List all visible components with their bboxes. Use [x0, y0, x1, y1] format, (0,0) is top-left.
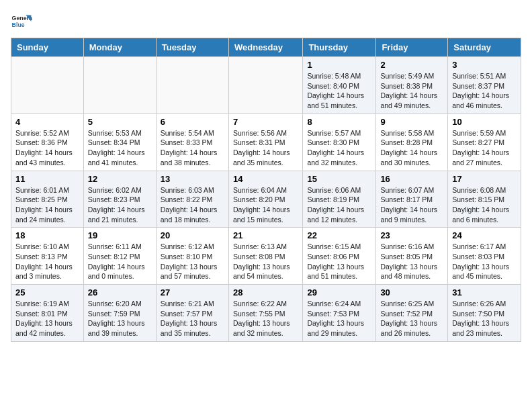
day-info: Sunrise: 6:26 AM Sunset: 7:50 PM Dayligh…	[452, 299, 517, 338]
calendar-cell: 3Sunrise: 5:51 AM Sunset: 8:37 PM Daylig…	[448, 57, 521, 114]
calendar-cell: 18Sunrise: 6:10 AM Sunset: 8:13 PM Dayli…	[11, 228, 84, 285]
day-number: 24	[452, 230, 517, 240]
calendar-cell: 24Sunrise: 6:17 AM Sunset: 8:03 PM Dayli…	[448, 228, 521, 285]
col-header-tuesday: Tuesday	[156, 38, 228, 57]
calendar-cell: 7Sunrise: 5:56 AM Sunset: 8:31 PM Daylig…	[228, 113, 302, 171]
calendar-cell	[11, 57, 84, 114]
day-info: Sunrise: 6:22 AM Sunset: 7:55 PM Dayligh…	[233, 299, 298, 338]
day-info: Sunrise: 6:10 AM Sunset: 8:13 PM Dayligh…	[15, 242, 79, 281]
col-header-monday: Monday	[83, 38, 156, 57]
day-info: Sunrise: 6:24 AM Sunset: 7:53 PM Dayligh…	[307, 299, 371, 338]
calendar-cell: 23Sunrise: 6:16 AM Sunset: 8:05 PM Dayli…	[376, 228, 448, 285]
day-number: 15	[307, 174, 371, 184]
day-number: 1	[307, 60, 371, 70]
calendar-cell: 29Sunrise: 6:24 AM Sunset: 7:53 PM Dayli…	[303, 285, 376, 342]
day-number: 12	[88, 174, 152, 184]
day-info: Sunrise: 6:02 AM Sunset: 8:23 PM Dayligh…	[88, 185, 152, 225]
day-number: 11	[15, 174, 79, 184]
day-number: 9	[380, 117, 443, 127]
day-info: Sunrise: 5:49 AM Sunset: 8:38 PM Dayligh…	[380, 71, 443, 111]
calendar-cell: 16Sunrise: 6:07 AM Sunset: 8:17 PM Dayli…	[376, 171, 448, 228]
calendar-cell: 9Sunrise: 5:58 AM Sunset: 8:28 PM Daylig…	[376, 113, 448, 171]
calendar-header-row: SundayMondayTuesdayWednesdayThursdayFrid…	[11, 38, 521, 57]
calendar-week-4: 18Sunrise: 6:10 AM Sunset: 8:13 PM Dayli…	[11, 228, 521, 285]
day-number: 25	[15, 287, 79, 298]
calendar-cell	[156, 57, 228, 114]
day-number: 5	[88, 117, 152, 127]
calendar-cell: 19Sunrise: 6:11 AM Sunset: 8:12 PM Dayli…	[83, 228, 156, 285]
calendar-cell: 22Sunrise: 6:15 AM Sunset: 8:06 PM Dayli…	[303, 228, 376, 285]
calendar-week-2: 4Sunrise: 5:52 AM Sunset: 8:36 PM Daylig…	[11, 113, 521, 171]
day-info: Sunrise: 5:51 AM Sunset: 8:37 PM Dayligh…	[452, 71, 517, 111]
day-number: 30	[380, 287, 443, 298]
day-number: 29	[307, 287, 371, 298]
day-info: Sunrise: 6:07 AM Sunset: 8:17 PM Dayligh…	[380, 185, 443, 225]
calendar-cell	[83, 57, 156, 114]
calendar-table: SundayMondayTuesdayWednesdayThursdayFrid…	[11, 38, 521, 342]
day-number: 13	[161, 174, 224, 184]
day-info: Sunrise: 5:48 AM Sunset: 8:40 PM Dayligh…	[307, 71, 371, 111]
day-info: Sunrise: 5:52 AM Sunset: 8:36 PM Dayligh…	[15, 128, 79, 168]
calendar-cell: 8Sunrise: 5:57 AM Sunset: 8:30 PM Daylig…	[303, 113, 376, 171]
calendar-cell: 20Sunrise: 6:12 AM Sunset: 8:10 PM Dayli…	[156, 228, 228, 285]
calendar-week-1: 1Sunrise: 5:48 AM Sunset: 8:40 PM Daylig…	[11, 57, 521, 114]
calendar-cell: 17Sunrise: 6:08 AM Sunset: 8:15 PM Dayli…	[448, 171, 521, 228]
day-info: Sunrise: 6:15 AM Sunset: 8:06 PM Dayligh…	[307, 242, 371, 281]
calendar-cell: 25Sunrise: 6:19 AM Sunset: 8:01 PM Dayli…	[11, 285, 84, 342]
svg-text:Blue: Blue	[12, 21, 25, 28]
day-number: 31	[452, 287, 517, 298]
day-info: Sunrise: 6:06 AM Sunset: 8:19 PM Dayligh…	[307, 185, 371, 225]
calendar-cell: 21Sunrise: 6:13 AM Sunset: 8:08 PM Dayli…	[228, 228, 302, 285]
day-info: Sunrise: 6:16 AM Sunset: 8:05 PM Dayligh…	[380, 242, 443, 281]
day-info: Sunrise: 6:20 AM Sunset: 7:59 PM Dayligh…	[88, 299, 152, 338]
col-header-thursday: Thursday	[303, 38, 376, 57]
day-number: 21	[233, 230, 298, 240]
calendar-cell: 6Sunrise: 5:54 AM Sunset: 8:33 PM Daylig…	[156, 113, 228, 171]
day-number: 19	[88, 230, 152, 240]
day-info: Sunrise: 5:57 AM Sunset: 8:30 PM Dayligh…	[307, 128, 371, 168]
day-info: Sunrise: 6:13 AM Sunset: 8:08 PM Dayligh…	[233, 242, 298, 281]
day-info: Sunrise: 6:08 AM Sunset: 8:15 PM Dayligh…	[452, 185, 517, 225]
calendar-cell: 28Sunrise: 6:22 AM Sunset: 7:55 PM Dayli…	[228, 285, 302, 342]
col-header-sunday: Sunday	[11, 38, 84, 57]
logo: General Blue	[11, 11, 32, 32]
day-number: 10	[452, 117, 517, 127]
day-number: 3	[452, 60, 517, 70]
calendar-cell: 13Sunrise: 6:03 AM Sunset: 8:22 PM Dayli…	[156, 171, 228, 228]
day-number: 27	[161, 287, 224, 298]
col-header-friday: Friday	[376, 38, 448, 57]
calendar-cell: 26Sunrise: 6:20 AM Sunset: 7:59 PM Dayli…	[83, 285, 156, 342]
calendar-cell: 31Sunrise: 6:26 AM Sunset: 7:50 PM Dayli…	[448, 285, 521, 342]
day-info: Sunrise: 6:01 AM Sunset: 8:25 PM Dayligh…	[15, 185, 79, 225]
day-info: Sunrise: 6:04 AM Sunset: 8:20 PM Dayligh…	[233, 185, 298, 225]
day-info: Sunrise: 6:19 AM Sunset: 8:01 PM Dayligh…	[15, 299, 79, 338]
calendar-week-5: 25Sunrise: 6:19 AM Sunset: 8:01 PM Dayli…	[11, 285, 521, 342]
calendar-cell: 10Sunrise: 5:59 AM Sunset: 8:27 PM Dayli…	[448, 113, 521, 171]
day-info: Sunrise: 6:17 AM Sunset: 8:03 PM Dayligh…	[452, 242, 517, 281]
day-number: 26	[88, 287, 152, 298]
day-number: 7	[233, 117, 298, 127]
day-number: 8	[307, 117, 371, 127]
day-info: Sunrise: 5:58 AM Sunset: 8:28 PM Dayligh…	[380, 128, 443, 168]
calendar-cell	[228, 57, 302, 114]
day-number: 23	[380, 230, 443, 240]
day-number: 28	[233, 287, 298, 298]
day-number: 16	[380, 174, 443, 184]
day-number: 6	[161, 117, 224, 127]
day-info: Sunrise: 5:59 AM Sunset: 8:27 PM Dayligh…	[452, 128, 517, 168]
calendar-week-3: 11Sunrise: 6:01 AM Sunset: 8:25 PM Dayli…	[11, 171, 521, 228]
logo-icon: General Blue	[11, 11, 32, 32]
day-number: 20	[161, 230, 224, 240]
day-number: 18	[15, 230, 79, 240]
day-number: 4	[15, 117, 79, 127]
day-number: 14	[233, 174, 298, 184]
calendar-cell: 14Sunrise: 6:04 AM Sunset: 8:20 PM Dayli…	[228, 171, 302, 228]
header: General Blue	[11, 11, 521, 32]
calendar-cell: 15Sunrise: 6:06 AM Sunset: 8:19 PM Dayli…	[303, 171, 376, 228]
calendar-cell: 11Sunrise: 6:01 AM Sunset: 8:25 PM Dayli…	[11, 171, 84, 228]
day-number: 2	[380, 60, 443, 70]
day-info: Sunrise: 6:12 AM Sunset: 8:10 PM Dayligh…	[161, 242, 224, 281]
calendar-cell: 27Sunrise: 6:21 AM Sunset: 7:57 PM Dayli…	[156, 285, 228, 342]
day-info: Sunrise: 5:53 AM Sunset: 8:34 PM Dayligh…	[88, 128, 152, 168]
day-info: Sunrise: 6:25 AM Sunset: 7:52 PM Dayligh…	[380, 299, 443, 338]
